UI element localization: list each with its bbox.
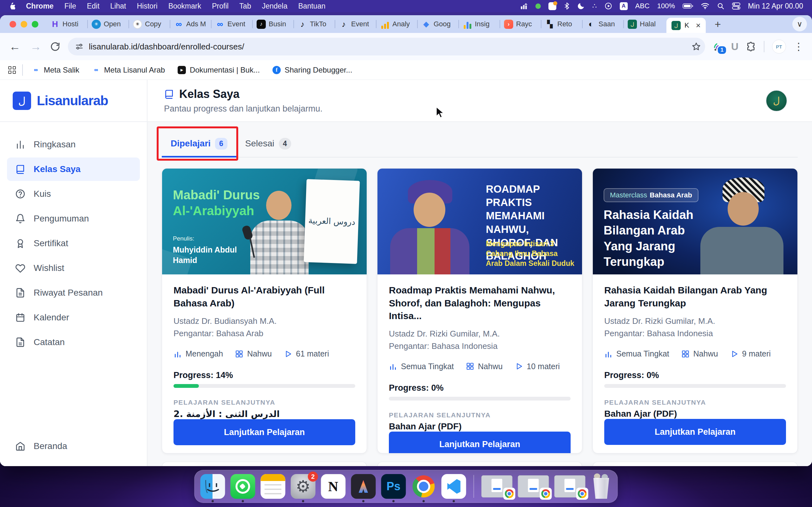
- sidebar-item-kelas-saya[interactable]: Kelas Saya: [7, 158, 140, 181]
- forward-button[interactable]: →: [29, 40, 43, 53]
- dock-photoshop-icon[interactable]: Ps: [381, 474, 406, 499]
- course-card[interactable]: MasterclassBahasa Arab Rahasia Kaidah Bi…: [593, 168, 798, 453]
- tab-dipelajari[interactable]: Dipelajari 6: [162, 130, 236, 157]
- sidebar-item-catatan[interactable]: Catatan: [7, 331, 140, 354]
- tab-tiktok[interactable]: ♪TikTo: [294, 15, 335, 33]
- tab-selesai[interactable]: Selesai 4: [236, 130, 300, 157]
- course-title[interactable]: Roadmap Praktis Memahami Nahwu, Shorof, …: [389, 284, 571, 323]
- continue-lesson-button[interactable]: Lanjutkan Pelajaran: [604, 419, 786, 445]
- course-thumbnail[interactable]: MasterclassBahasa Arab Rahasia Kaidah Bi…: [593, 169, 798, 274]
- bookmark-dokumentasi[interactable]: ▸Dokumentasi | Buk...: [174, 66, 264, 74]
- tab-openai[interactable]: ✳Open: [88, 15, 129, 33]
- stats-menu-icon[interactable]: [520, 2, 528, 10]
- dock-notion-icon[interactable]: N: [321, 474, 346, 499]
- tab-hostinger[interactable]: HHosti: [47, 15, 87, 33]
- dock-finder-icon[interactable]: [200, 474, 225, 499]
- bookmark-meta-lisanul-arab[interactable]: ∞Meta Lisanul Arab: [88, 66, 169, 74]
- sidebar-item-pengumuman[interactable]: Pengumuman: [7, 207, 140, 230]
- menu-item[interactable]: Jendela: [262, 2, 288, 10]
- chrome-menu-icon[interactable]: ⋮: [794, 41, 804, 53]
- continue-lesson-button[interactable]: Lanjutkan Pelajaran: [389, 432, 571, 454]
- course-title[interactable]: Mabadi' Durus Al-'Arabiyyah (Full Bahasa…: [173, 284, 355, 310]
- course-thumbnail[interactable]: ROADMAP PRAKTIS MEMAHAMI NAHWU, SHOROF, …: [377, 169, 582, 274]
- menu-item[interactable]: Edit: [87, 2, 100, 10]
- url-text[interactable]: lisanularab.id/dashboard/enrolled-course…: [89, 42, 686, 52]
- wifi-icon[interactable]: [701, 2, 709, 10]
- tab-retool[interactable]: ▚Reto: [542, 15, 582, 33]
- menu-item[interactable]: Bookmark: [168, 2, 201, 10]
- tab-insights[interactable]: Insig: [459, 15, 500, 33]
- notification-app-icon[interactable]: [548, 2, 556, 10]
- tab-tiktok-events[interactable]: ♪Event: [335, 15, 376, 33]
- menu-item-app[interactable]: Chrome: [26, 2, 54, 10]
- brand-logo[interactable]: ل Lisanularab: [0, 80, 147, 122]
- dock-trash-icon[interactable]: [591, 474, 612, 499]
- keyboard-brightness-icon[interactable]: ∴: [593, 2, 597, 10]
- tab-ads-manager[interactable]: ∞Ads M: [170, 15, 211, 33]
- tab-tiktok-business[interactable]: ♪Busin: [253, 15, 293, 33]
- back-button[interactable]: ←: [8, 40, 21, 53]
- tab-copy[interactable]: ✳Copy: [129, 15, 170, 33]
- sidebar-item-beranda[interactable]: Beranda: [7, 435, 140, 458]
- bluetooth-icon[interactable]: [564, 2, 570, 10]
- sidebar-item-riwayat-pesanan[interactable]: Riwayat Pesanan: [7, 281, 140, 304]
- apple-icon[interactable]: [9, 2, 15, 10]
- menu-item[interactable]: Tab: [240, 2, 251, 10]
- minimized-window[interactable]: [518, 475, 549, 498]
- bookmark-star-icon[interactable]: [691, 42, 701, 52]
- tab-analytics[interactable]: Analy: [376, 15, 417, 33]
- sidebar-item-kalender[interactable]: Kalender: [7, 306, 140, 329]
- bookmark-meta-salik[interactable]: ∞Meta Salik: [28, 66, 83, 74]
- menu-item[interactable]: Profil: [212, 2, 229, 10]
- sidebar-item-wishlist[interactable]: Wishlist: [7, 257, 140, 280]
- address-bar[interactable]: lisanularab.id/dashboard/enrolled-course…: [68, 38, 705, 55]
- tab-saans[interactable]: ◐Saan: [583, 15, 623, 33]
- minimize-window-button[interactable]: [20, 21, 27, 27]
- zoom-window-button[interactable]: [32, 21, 38, 27]
- input-source-label[interactable]: ABC: [635, 2, 650, 10]
- dock-settings-icon[interactable]: ⚙ 2: [291, 474, 316, 499]
- dock-vscode-icon[interactable]: [442, 474, 466, 499]
- menu-item[interactable]: Lihat: [110, 2, 126, 10]
- profile-avatar[interactable]: PT: [772, 40, 786, 54]
- minimized-window[interactable]: [481, 475, 513, 498]
- dock-chrome-icon[interactable]: [411, 474, 436, 499]
- menubar-clock[interactable]: Min 12 Apr 00.00: [748, 2, 803, 10]
- dock-notes-icon[interactable]: [261, 474, 286, 499]
- ublock-extension-icon[interactable]: U: [731, 41, 739, 53]
- now-playing-icon[interactable]: [605, 2, 612, 10]
- user-avatar[interactable]: ل: [766, 90, 787, 112]
- sidebar-item-ringkasan[interactable]: Ringkasan: [7, 133, 140, 156]
- menu-item[interactable]: File: [64, 2, 76, 10]
- new-tab-button[interactable]: +: [711, 18, 724, 31]
- tab-events[interactable]: ∞Event: [212, 15, 252, 33]
- tab-raycast[interactable]: ›Rayc: [500, 15, 541, 33]
- close-window-button[interactable]: [9, 21, 16, 27]
- tab-halal[interactable]: لHalal: [624, 15, 664, 33]
- apps-grid-icon[interactable]: [8, 66, 16, 74]
- focus-moon-icon[interactable]: [577, 2, 585, 10]
- sidebar-item-kuis[interactable]: Kuis: [7, 182, 140, 206]
- course-card[interactable]: Mabadi' DurusAl-'Arabiyyah Penulis: Muhy…: [162, 168, 367, 453]
- input-switcher-icon[interactable]: A: [620, 2, 628, 10]
- menu-item[interactable]: Bantuan: [298, 2, 325, 10]
- bookmark-sharing-debugger[interactable]: fSharing Debugger...: [269, 66, 356, 74]
- site-settings-icon[interactable]: [75, 42, 84, 51]
- extension-signal-icon[interactable]: 1: [713, 41, 723, 52]
- minimized-window[interactable]: [554, 475, 586, 498]
- course-thumbnail[interactable]: Mabadi' DurusAl-'Arabiyyah Penulis: Muhy…: [162, 169, 367, 274]
- course-title[interactable]: Rahasia Kaidah Bilangan Arab Yang Jarang…: [604, 284, 786, 310]
- control-center-icon[interactable]: [732, 2, 740, 10]
- menu-item[interactable]: Histori: [137, 2, 157, 10]
- tab-search-button[interactable]: ∨: [792, 17, 807, 32]
- spotlight-search-icon[interactable]: [717, 2, 724, 10]
- continue-lesson-button[interactable]: Lanjutkan Pelajaran: [173, 419, 355, 445]
- dock-whatsapp-icon[interactable]: [231, 474, 255, 499]
- close-tab-icon[interactable]: ×: [696, 21, 701, 30]
- tab-google-ads[interactable]: ◆Goog: [418, 15, 458, 33]
- dock-arc-icon[interactable]: [351, 474, 376, 499]
- reload-button[interactable]: [50, 42, 60, 52]
- extensions-puzzle-icon[interactable]: [746, 42, 756, 52]
- sidebar-item-sertifikat[interactable]: Sertifikat: [7, 232, 140, 255]
- battery-icon[interactable]: [682, 2, 693, 10]
